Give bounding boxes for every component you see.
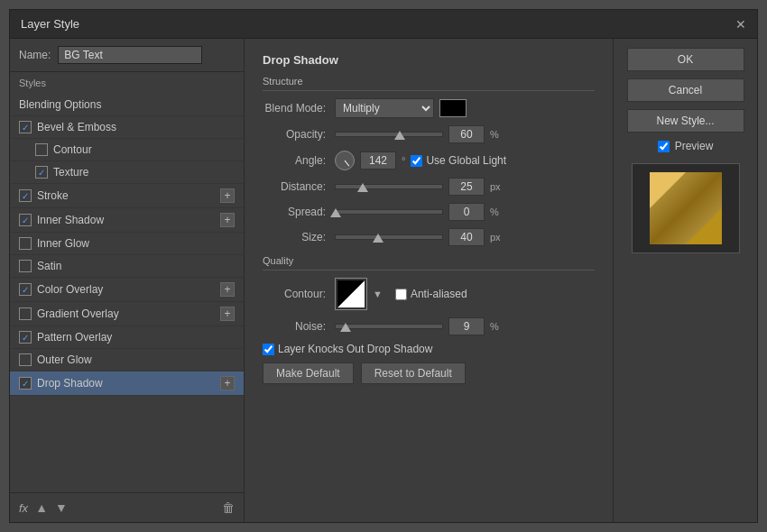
move-up-button[interactable]: ▲ xyxy=(35,500,48,515)
check-color-overlay[interactable] xyxy=(19,283,32,296)
contour-preview[interactable] xyxy=(335,278,367,310)
sidebar-label-outer-glow: Outer Glow xyxy=(37,353,235,366)
distance-slider[interactable] xyxy=(335,184,443,189)
sidebar-item-gradient-overlay[interactable]: Gradient Overlay + xyxy=(10,302,244,326)
shadow-color-swatch[interactable] xyxy=(439,99,467,117)
contour-svg xyxy=(337,280,365,307)
preview-checkbox-label[interactable]: Preview xyxy=(658,140,714,152)
distance-input[interactable] xyxy=(448,178,485,196)
preview-label-text: Preview xyxy=(675,140,714,152)
angle-dial[interactable] xyxy=(335,151,355,170)
size-input[interactable] xyxy=(448,228,485,246)
name-label: Name: xyxy=(19,49,51,61)
check-satin[interactable] xyxy=(19,260,32,272)
blend-mode-select[interactable]: Multiply Normal Screen Overlay Darken Li… xyxy=(335,98,434,118)
dialog-title: Layer Style xyxy=(21,17,79,31)
sidebar-label-gradient-overlay: Gradient Overlay xyxy=(37,307,220,320)
anti-aliased-label[interactable]: Anti-aliased xyxy=(395,288,467,300)
size-slider[interactable] xyxy=(335,234,443,240)
new-style-button[interactable]: New Style... xyxy=(627,109,744,133)
sidebar-item-contour[interactable]: Contour xyxy=(10,139,244,161)
sidebar-label-texture: Texture xyxy=(53,166,235,179)
move-down-button[interactable]: ▼ xyxy=(55,500,68,515)
color-overlay-plus-button[interactable]: + xyxy=(220,282,235,297)
anti-aliased-checkbox[interactable] xyxy=(395,289,407,300)
noise-input[interactable] xyxy=(448,317,485,335)
sidebar-footer: fx ▲ ▼ 🗑 xyxy=(10,492,244,522)
check-stroke[interactable] xyxy=(19,189,32,202)
layer-style-dialog: Layer Style ✕ Name: Styles Blending Opti… xyxy=(9,9,758,523)
check-gradient-overlay[interactable] xyxy=(19,307,32,320)
opacity-thumb xyxy=(394,131,405,140)
sidebar-item-satin[interactable]: Satin xyxy=(10,255,244,278)
noise-slider[interactable] xyxy=(335,324,443,329)
sidebar-item-pattern-overlay[interactable]: Pattern Overlay xyxy=(10,326,244,349)
check-pattern-overlay[interactable] xyxy=(19,331,32,344)
size-control: px xyxy=(335,228,501,246)
sidebar-item-blending-options[interactable]: Blending Options xyxy=(10,94,244,116)
sidebar-item-outer-glow[interactable]: Outer Glow xyxy=(10,349,244,371)
name-input[interactable] xyxy=(58,46,202,64)
blend-mode-row: Blend Mode: Multiply Normal Screen Overl… xyxy=(263,98,595,118)
cancel-button[interactable]: Cancel xyxy=(627,78,744,102)
sidebar-item-stroke[interactable]: Stroke + xyxy=(10,184,244,208)
spread-label: Spread: xyxy=(263,206,335,218)
layer-knocks-checkbox[interactable] xyxy=(263,344,274,355)
ok-button[interactable]: OK xyxy=(627,48,744,71)
check-texture[interactable] xyxy=(35,166,48,179)
noise-unit: % xyxy=(490,321,499,332)
close-button[interactable]: ✕ xyxy=(735,18,746,31)
stroke-plus-button[interactable]: + xyxy=(220,188,235,203)
opacity-row: Opacity: % xyxy=(263,125,595,143)
layer-knocks-row: Layer Knocks Out Drop Shadow xyxy=(263,343,595,355)
noise-control: % xyxy=(335,317,499,335)
opacity-slider[interactable] xyxy=(335,132,443,137)
check-bevel-emboss[interactable] xyxy=(19,121,32,133)
size-label: Size: xyxy=(263,231,335,243)
fx-label: fx xyxy=(19,501,28,515)
preview-checkbox[interactable] xyxy=(658,141,670,152)
delete-button[interactable]: 🗑 xyxy=(222,500,235,515)
sidebar-item-color-overlay[interactable]: Color Overlay + xyxy=(10,278,244,302)
check-drop-shadow[interactable] xyxy=(19,377,32,390)
reset-default-button[interactable]: Reset to Default xyxy=(361,362,466,384)
spread-input[interactable] xyxy=(448,203,485,221)
angle-input[interactable] xyxy=(360,151,396,170)
contour-row: Contour: ▼ Anti-aliased xyxy=(263,278,595,310)
opacity-label: Opacity: xyxy=(263,128,335,141)
inner-shadow-plus-button[interactable]: + xyxy=(220,213,235,227)
angle-indicator xyxy=(345,161,350,167)
sidebar-item-inner-glow[interactable]: Inner Glow xyxy=(10,233,244,255)
quality-subtitle: Quality xyxy=(263,255,595,271)
spread-control: % xyxy=(335,203,499,221)
make-default-button[interactable]: Make Default xyxy=(263,362,354,384)
sidebar-label-pattern-overlay: Pattern Overlay xyxy=(37,331,235,344)
check-inner-glow[interactable] xyxy=(19,237,32,250)
sidebar-item-inner-shadow[interactable]: Inner Shadow + xyxy=(10,208,244,233)
bottom-buttons: Make Default Reset to Default xyxy=(263,362,595,384)
contour-dropdown-icon[interactable]: ▼ xyxy=(373,289,383,299)
size-unit: px xyxy=(490,232,501,243)
check-contour[interactable] xyxy=(35,143,48,156)
drop-shadow-plus-button[interactable]: + xyxy=(220,376,235,390)
contour-control: ▼ Anti-aliased xyxy=(335,278,467,310)
use-global-light-text: Use Global Light xyxy=(426,154,506,167)
sidebar-label-color-overlay: Color Overlay xyxy=(37,283,220,296)
opacity-control: % xyxy=(335,125,499,143)
use-global-light-checkbox[interactable] xyxy=(411,155,422,167)
opacity-input[interactable] xyxy=(448,125,485,143)
use-global-light-label[interactable]: Use Global Light xyxy=(411,154,506,167)
check-outer-glow[interactable] xyxy=(19,353,32,366)
sidebar-label-inner-shadow: Inner Shadow xyxy=(37,214,220,226)
sidebar-item-bevel-emboss[interactable]: Bevel & Emboss xyxy=(10,116,244,139)
layer-knocks-label[interactable]: Layer Knocks Out Drop Shadow xyxy=(263,343,432,355)
gradient-overlay-plus-button[interactable]: + xyxy=(220,307,235,321)
contour-label: Contour: xyxy=(263,288,335,300)
sidebar-item-drop-shadow[interactable]: Drop Shadow + xyxy=(10,371,244,396)
noise-thumb xyxy=(340,323,351,332)
sidebar-item-texture[interactable]: Texture xyxy=(10,161,244,184)
spread-slider[interactable] xyxy=(335,209,443,215)
check-inner-shadow[interactable] xyxy=(19,214,32,226)
distance-thumb xyxy=(357,183,368,192)
distance-row: Distance: px xyxy=(263,178,595,196)
